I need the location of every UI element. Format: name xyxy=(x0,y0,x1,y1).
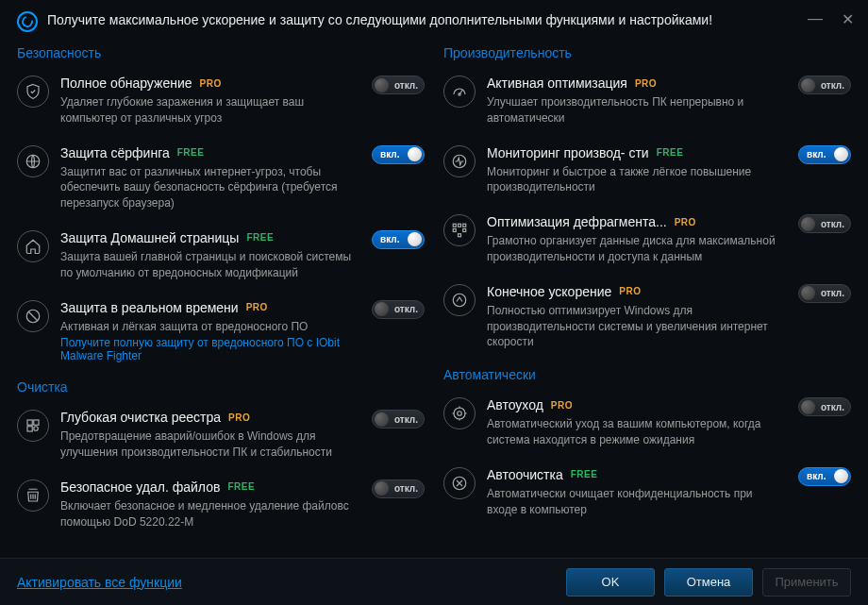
feature-description: Автоматический уход за вашим компьютером… xyxy=(487,416,785,448)
feature-title: Автоуход xyxy=(487,397,543,412)
shred-icon xyxy=(17,479,49,512)
section-performance-title: Производительность xyxy=(443,45,851,60)
pro-badge: PRO xyxy=(675,217,696,227)
feature-title: Полное обнаружение xyxy=(60,76,192,91)
svg-point-15 xyxy=(454,408,465,419)
feature-description: Полностью оптимизирует Windows для произ… xyxy=(487,303,785,350)
toggle-full-detection[interactable]: откл. xyxy=(372,76,425,94)
feature-title: Автоочистка xyxy=(487,467,563,482)
toggle-perf-monitor[interactable]: вкл. xyxy=(798,145,851,164)
feature-surfing-protect: Защита сёрфингаFREEЗащитит вас от различ… xyxy=(17,138,425,223)
feature-link[interactable]: Получите полную защиту от вредоносного П… xyxy=(60,336,359,362)
feature-active-optimize: Активная оптимизацияPROУлучшает производ… xyxy=(443,68,851,138)
feature-title: Активная оптимизация xyxy=(487,76,627,91)
svg-rect-13 xyxy=(459,234,461,237)
pro-badge: PRO xyxy=(619,286,641,296)
app-logo-icon xyxy=(17,11,38,32)
autocare-icon xyxy=(443,397,476,429)
feature-secure-delete: Безопасное удал. файловFREEВключает безо… xyxy=(17,472,425,542)
feature-title: Конечное ускорение xyxy=(487,284,611,299)
feature-description: Удаляет глубокие заражения и защищает ва… xyxy=(60,94,359,126)
right-column: Производительность Активная оптимизацияP… xyxy=(443,40,851,542)
toggle-active-optimize[interactable]: откл. xyxy=(798,76,851,94)
registry-icon xyxy=(17,410,49,442)
toggle-label: откл. xyxy=(821,402,844,412)
feature-description: Мониторинг и быстрое а также лёгкое повы… xyxy=(487,164,785,196)
footer: Активировать все функции OK Отмена Приме… xyxy=(0,558,868,605)
feature-perf-monitor: Мониторинг производ- стиFREEМониторинг и… xyxy=(443,138,851,208)
section-automatic-title: Автоматически xyxy=(443,367,851,382)
apply-button[interactable]: Применить xyxy=(762,568,851,597)
feature-auto-care: АвтоуходPROАвтоматический уход за вашим … xyxy=(443,390,851,460)
ok-button[interactable]: OK xyxy=(566,568,655,597)
toggle-homepage-protect[interactable]: вкл. xyxy=(372,230,425,249)
svg-point-16 xyxy=(458,412,462,416)
feature-title: Глубокая очистка реестра xyxy=(60,410,221,425)
minimize-button[interactable]: — xyxy=(804,9,826,28)
feature-description: Защитит вас от различных интернет-угроз,… xyxy=(60,164,359,211)
feature-auto-clean: АвтоочисткаFREEАвтоматически очищает кон… xyxy=(443,460,851,529)
feature-description: Грамотно организует данные диска для мак… xyxy=(487,233,785,265)
feature-title: Безопасное удал. файлов xyxy=(60,479,220,495)
toggle-deep-registry-clean[interactable]: откл. xyxy=(372,410,425,429)
section-security-title: Безопасность xyxy=(17,45,425,60)
section-cleanup-title: Очистка xyxy=(17,379,425,395)
toggle-ultimate-speedup[interactable]: откл. xyxy=(798,284,851,303)
toggle-label: откл. xyxy=(821,219,844,229)
svg-rect-9 xyxy=(459,224,461,227)
free-badge: FREE xyxy=(227,481,255,492)
cancel-button[interactable]: Отмена xyxy=(664,568,753,597)
autoclean-icon xyxy=(443,467,476,499)
svg-rect-2 xyxy=(27,420,32,425)
feature-ultimate-speedup: Конечное ускорениеPROПолностью оптимизир… xyxy=(443,277,851,361)
home-icon xyxy=(17,230,49,262)
svg-rect-10 xyxy=(463,224,466,227)
pulse-icon xyxy=(443,145,476,177)
toggle-label: откл. xyxy=(394,414,418,425)
feature-title: Защита Домашней страницы xyxy=(60,230,239,245)
feature-description: Улучшает производительность ПК непрерывн… xyxy=(487,94,785,126)
shield-icon xyxy=(17,76,49,108)
svg-rect-3 xyxy=(34,420,39,425)
toggle-auto-clean[interactable]: вкл. xyxy=(798,467,851,486)
close-button[interactable]: ✕ xyxy=(836,9,859,28)
gauge-icon xyxy=(443,76,476,108)
feature-realtime-protect: Защита в реальном времениPROАктивная и л… xyxy=(17,293,425,375)
feature-title: Оптимизация дефрагмента... xyxy=(487,214,667,229)
activate-all-link[interactable]: Активировать все функции xyxy=(17,575,182,590)
svg-rect-4 xyxy=(27,427,32,431)
toggle-surfing-protect[interactable]: вкл. xyxy=(372,145,425,164)
svg-point-5 xyxy=(34,427,39,431)
toggle-label: откл. xyxy=(394,483,418,494)
pro-badge: PRO xyxy=(200,78,222,89)
svg-rect-11 xyxy=(453,229,456,232)
defrag-icon xyxy=(443,214,476,246)
toggle-defrag-optimize[interactable]: откл. xyxy=(798,214,851,233)
boost-icon xyxy=(443,284,476,316)
toggle-auto-care[interactable]: откл. xyxy=(798,397,851,416)
svg-rect-12 xyxy=(463,229,466,232)
toggle-label: откл. xyxy=(821,80,844,91)
toggle-label: вкл. xyxy=(807,149,826,160)
feature-description: Защита вашей главной страницы и поисково… xyxy=(60,249,359,281)
free-badge: FREE xyxy=(571,469,598,479)
toggle-secure-delete[interactable]: откл. xyxy=(372,479,425,498)
realtime-icon xyxy=(17,300,49,332)
free-badge: FREE xyxy=(246,232,274,243)
left-column: Безопасность Полное обнаружениеPROУдаляе… xyxy=(17,40,425,542)
feature-full-detection: Полное обнаружениеPROУдаляет глубокие за… xyxy=(17,68,425,138)
toggle-label: вкл. xyxy=(807,471,826,481)
globe-icon xyxy=(17,145,49,177)
toggle-realtime-protect[interactable]: откл. xyxy=(372,300,425,319)
titlebar: Получите максимальное ускорение и защиту… xyxy=(0,0,868,40)
feature-deep-registry-clean: Глубокая очистка реестраPROПредотвращени… xyxy=(17,402,425,472)
feature-defrag-optimize: Оптимизация дефрагмента...PROГрамотно ор… xyxy=(443,207,851,277)
toggle-label: вкл. xyxy=(380,234,399,244)
pro-badge: PRO xyxy=(635,78,657,89)
toggle-label: откл. xyxy=(394,304,418,314)
free-badge: FREE xyxy=(177,147,205,158)
svg-point-14 xyxy=(453,294,466,307)
feature-description: Предотвращение аварий/ошибок в Windows д… xyxy=(60,429,359,461)
feature-homepage-protect: Защита Домашней страницыFREEЗащита вашей… xyxy=(17,223,425,293)
pro-badge: PRO xyxy=(551,400,573,411)
